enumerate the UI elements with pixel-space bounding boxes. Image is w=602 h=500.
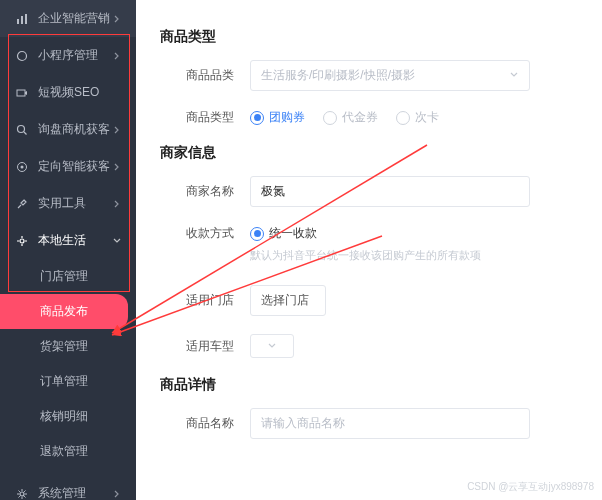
row-collect: 收款方式 统一收款 [160, 225, 578, 242]
menu-targeted-lead[interactable]: 定向智能获客 [0, 148, 136, 185]
menu-label: 实用工具 [38, 195, 112, 212]
menu-label: 系统管理 [38, 485, 112, 500]
watermark: CSDN @云享互动jyx898978 [467, 480, 594, 494]
bars-icon [14, 11, 30, 27]
menu-label: 小程序管理 [38, 47, 112, 64]
menu-label: 企业智能营销 [38, 10, 112, 27]
sub-verify-detail[interactable]: 核销明细 [0, 399, 136, 434]
sub-shelf-manage[interactable]: 货架管理 [0, 329, 136, 364]
label-car: 适用车型 [160, 338, 234, 355]
sub-order-manage[interactable]: 订单管理 [0, 364, 136, 399]
svg-rect-0 [17, 19, 19, 24]
radio-dot-icon [396, 111, 410, 125]
radio-card[interactable]: 次卡 [396, 109, 439, 126]
radio-label: 次卡 [415, 109, 439, 126]
label-merchant-name: 商家名称 [160, 183, 234, 200]
chevron-right-icon [112, 489, 122, 499]
wrench-icon [14, 196, 30, 212]
menu-miniprogram[interactable]: 小程序管理 [0, 37, 136, 74]
radio-label: 团购券 [269, 109, 305, 126]
input-product-name[interactable]: 请输入商品名称 [250, 408, 530, 439]
radio-dot-icon [323, 111, 337, 125]
svg-point-5 [18, 125, 25, 132]
row-car: 适用车型 [160, 334, 578, 358]
row-category: 商品品类 生活服务/印刷摄影/快照/摄影 [160, 60, 578, 91]
menu-label: 定向智能获客 [38, 158, 112, 175]
svg-rect-1 [21, 16, 23, 24]
menu-lead-inquiry[interactable]: 询盘商机获客 [0, 111, 136, 148]
cog-icon [14, 486, 30, 501]
circle-icon [14, 48, 30, 64]
target-icon [14, 159, 30, 175]
menu-tools[interactable]: 实用工具 [0, 185, 136, 222]
chevron-right-icon [112, 14, 122, 24]
svg-rect-4 [17, 90, 25, 96]
menu-enterprise-marketing[interactable]: 企业智能营销 [0, 0, 136, 37]
sub-refund-manage[interactable]: 退款管理 [0, 434, 136, 469]
main-content: 商品类型 商品品类 生活服务/印刷摄影/快照/摄影 商品类型 团购券 代金券 次… [136, 0, 602, 500]
chevron-down-icon [112, 236, 122, 246]
svg-point-9 [20, 492, 24, 496]
chevron-right-icon [112, 125, 122, 135]
radio-label: 统一收款 [269, 225, 317, 242]
input-merchant-name[interactable]: 极氮 [250, 176, 530, 207]
label-type: 商品类型 [160, 109, 234, 126]
menu-label: 短视频SEO [38, 84, 122, 101]
section-merchant: 商家信息 [160, 144, 578, 162]
search-icon [14, 122, 30, 138]
radio-group-coupon[interactable]: 团购券 [250, 109, 305, 126]
menu-label: 本地生活 [38, 232, 112, 249]
radio-dot-icon [250, 111, 264, 125]
submenu-local-life: 门店管理 商品发布 货架管理 订单管理 核销明细 退款管理 [0, 259, 136, 469]
row-product-name: 商品名称 请输入商品名称 [160, 408, 578, 439]
label-store: 适用门店 [160, 292, 234, 309]
row-store: 适用门店 选择门店 [160, 285, 578, 316]
video-icon [14, 85, 30, 101]
svg-rect-2 [25, 14, 27, 24]
menu-system-manage[interactable]: 系统管理 [0, 475, 136, 500]
menu-short-video-seo[interactable]: 短视频SEO [0, 74, 136, 111]
chevron-right-icon [112, 51, 122, 61]
radio-label: 代金券 [342, 109, 378, 126]
chevron-right-icon [112, 199, 122, 209]
sub-store-manage[interactable]: 门店管理 [0, 259, 136, 294]
chevron-right-icon [112, 162, 122, 172]
svg-point-3 [18, 51, 27, 60]
section-detail: 商品详情 [160, 376, 578, 394]
radio-collect-unified[interactable]: 统一收款 [250, 225, 317, 242]
radio-group-type: 团购券 代金券 次卡 [250, 109, 578, 126]
chevron-down-icon [509, 69, 519, 83]
sidebar: 企业智能营销 小程序管理 短视频SEO 询盘商机获客 定向智能获客 实用工具 [0, 0, 136, 500]
svg-point-8 [20, 239, 24, 243]
select-car[interactable] [250, 334, 294, 358]
menu-label: 询盘商机获客 [38, 121, 112, 138]
label-category: 商品品类 [160, 67, 234, 84]
select-category[interactable]: 生活服务/印刷摄影/快照/摄影 [250, 60, 530, 91]
menu-local-life[interactable]: 本地生活 [0, 222, 136, 259]
row-merchant-name: 商家名称 极氮 [160, 176, 578, 207]
svg-point-7 [21, 165, 24, 168]
sub-product-publish[interactable]: 商品发布 [0, 294, 128, 329]
select-store-button[interactable]: 选择门店 [250, 285, 326, 316]
radio-voucher[interactable]: 代金券 [323, 109, 378, 126]
label-product-name: 商品名称 [160, 415, 234, 432]
select-placeholder: 生活服务/印刷摄影/快照/摄影 [261, 67, 415, 84]
hint-collect: 默认为抖音平台统一接收该团购产生的所有款项 [250, 248, 578, 263]
section-product-type: 商品类型 [160, 28, 578, 46]
row-type: 商品类型 团购券 代金券 次卡 [160, 109, 578, 126]
radio-dot-icon [250, 227, 264, 241]
label-collect: 收款方式 [160, 225, 234, 242]
gear-icon [14, 233, 30, 249]
